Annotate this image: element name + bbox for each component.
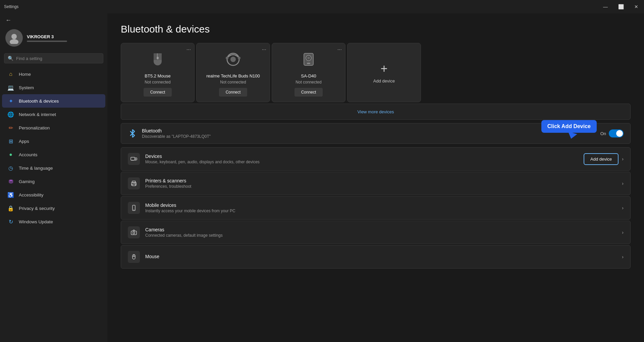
sidebar-item-privacy[interactable]: 🔒 Privacy & security	[2, 202, 105, 215]
sidebar-item-system[interactable]: 💻 System	[2, 81, 105, 94]
add-device-label: Add device	[373, 78, 395, 83]
sidebar-label-update: Windows Update	[19, 219, 53, 224]
device-card-mouse[interactable]: ··· BT5.2 Mouse Not connected Connect	[121, 43, 195, 102]
bluetooth-icon: ✦	[7, 98, 14, 104]
search-box[interactable]: 🔍	[4, 53, 103, 63]
svg-rect-3	[154, 53, 157, 60]
sidebar-item-network[interactable]: 🌐 Network & internet	[2, 108, 105, 121]
toggle-switch-handle[interactable]	[609, 129, 624, 137]
sidebar-item-personalization[interactable]: ✏ Personalization	[2, 121, 105, 134]
close-button[interactable]: ✕	[629, 0, 644, 13]
sidebar-item-time[interactable]: ◷ Time & language	[2, 161, 105, 175]
svg-point-1	[10, 39, 18, 44]
sidebar-label-accounts: Accounts	[19, 152, 38, 157]
sidebar-label-personalization: Personalization	[19, 125, 50, 130]
sidebar-label-apps: Apps	[19, 139, 29, 144]
device-menu-dots-1[interactable]: ···	[262, 47, 266, 53]
sidebar-label-network: Network & internet	[19, 112, 56, 117]
main-layout: ← VIKROGER 3 🔍 ⌂ Home	[0, 13, 644, 342]
personalization-icon: ✏	[7, 124, 14, 131]
connect-btn-2[interactable]: Connect	[294, 88, 323, 97]
view-more-text: View more devices	[358, 109, 394, 114]
cameras-icon	[128, 226, 140, 238]
bluetooth-title: Bluetooth	[142, 128, 596, 133]
accounts-icon: ●	[7, 151, 14, 158]
toggle-thumb	[616, 130, 623, 137]
settings-row-mouse[interactable]: Mouse ›	[121, 245, 631, 269]
mouse-text: Mouse	[145, 254, 616, 260]
add-device-plus-icon: +	[380, 62, 387, 76]
maximize-button[interactable]: ⬜	[613, 0, 629, 13]
search-input[interactable]	[16, 56, 100, 61]
add-device-card[interactable]: + Add device	[347, 43, 421, 102]
window-controls: — ⬜ ✕	[598, 0, 644, 13]
sidebar-item-update[interactable]: ↻ Windows Update	[2, 215, 105, 228]
sidebar-item-apps[interactable]: ⊞ Apps	[2, 134, 105, 148]
sidebar-item-gaming[interactable]: ⛃ Gaming	[2, 175, 105, 188]
svg-point-8	[230, 57, 236, 62]
svg-point-9	[226, 57, 228, 59]
sidebar-label-accessibility: Accessibility	[19, 192, 44, 197]
mobile-subtitle: Instantly access your mobile devices fro…	[145, 209, 616, 213]
username: VIKROGER 3	[27, 34, 67, 39]
settings-row-devices[interactable]: Devices Mouse, keyboard, pen, audio, dis…	[121, 147, 631, 171]
settings-row-cameras[interactable]: Cameras Connected cameras, default image…	[121, 221, 631, 244]
device-card-speaker[interactable]: ··· SA-D40 Not connected Connect	[272, 43, 345, 102]
avatar	[5, 29, 23, 47]
sidebar-label-home: Home	[19, 72, 31, 77]
device-status-2: Not connected	[296, 80, 321, 84]
chevron-right-mouse: ›	[622, 254, 624, 260]
device-cards: ··· BT5.2 Mouse Not connected Connect ··…	[121, 43, 631, 102]
sidebar-item-accessibility[interactable]: ♿ Accessibility	[2, 188, 105, 202]
device-status-1: Not connected	[220, 80, 246, 84]
add-device-button[interactable]: Add device	[584, 153, 619, 165]
device-name-1: realme TechLife Buds N100	[206, 73, 260, 78]
printers-text: Printers & scanners Preferences, trouble…	[145, 178, 616, 189]
view-more-bar[interactable]: View more devices	[121, 104, 631, 120]
device-menu-dots-2[interactable]: ···	[337, 47, 342, 53]
sidebar-label-bluetooth: Bluetooth & devices	[19, 99, 59, 104]
sidebar-item-home[interactable]: ⌂ Home	[2, 67, 105, 81]
mobile-icon	[128, 202, 140, 214]
home-icon: ⌂	[7, 71, 14, 77]
settings-row-printers[interactable]: Printers & scanners Preferences, trouble…	[121, 172, 631, 195]
svg-rect-16	[135, 158, 137, 160]
device-menu-dots[interactable]: ···	[186, 47, 191, 53]
sidebar-label-privacy: Privacy & security	[19, 206, 55, 211]
device-name-2: SA-D40	[301, 73, 316, 78]
content-area: Bluetooth & devices ··· BT5.2 Mouse Not …	[107, 13, 644, 342]
svg-point-24	[133, 232, 135, 234]
printers-subtitle: Preferences, troubleshoot	[145, 184, 616, 189]
bluetooth-icon	[128, 129, 137, 138]
sidebar-item-accounts[interactable]: ● Accounts	[2, 148, 105, 161]
mouse-right: ›	[622, 254, 624, 260]
sidebar-label-time: Time & language	[19, 166, 53, 171]
devices-icon	[128, 153, 140, 165]
time-icon: ◷	[7, 165, 14, 171]
gaming-icon: ⛃	[7, 178, 14, 185]
device-icon-speaker	[298, 49, 319, 70]
back-button[interactable]: ←	[5, 17, 11, 24]
svg-rect-14	[307, 63, 310, 64]
sidebar-user: VIKROGER 3	[0, 26, 107, 53]
svg-point-13	[307, 57, 310, 59]
svg-point-20	[135, 183, 136, 184]
minimize-button[interactable]: —	[598, 0, 613, 13]
sidebar: ← VIKROGER 3 🔍 ⌂ Home	[0, 13, 107, 342]
settings-row-mobile[interactable]: Mobile devices Instantly access your mob…	[121, 196, 631, 220]
sidebar-item-bluetooth[interactable]: ✦ Bluetooth & devices	[2, 94, 105, 108]
chevron-right-cameras: ›	[622, 230, 624, 235]
svg-point-28	[133, 255, 134, 256]
chevron-right-printers: ›	[622, 181, 624, 186]
device-card-buds[interactable]: ··· realme TechLife Buds N100 Not connec…	[196, 43, 270, 102]
svg-point-22	[133, 210, 134, 210]
mouse-icon	[128, 251, 140, 263]
device-icon-mouse	[147, 49, 168, 70]
sidebar-label-system: System	[19, 85, 34, 90]
svg-point-0	[11, 34, 17, 39]
bluetooth-toggle[interactable]: On	[600, 129, 624, 137]
cameras-title: Cameras	[145, 227, 616, 232]
devices-subtitle: Mouse, keyboard, pen, audio, displays an…	[145, 160, 578, 164]
connect-btn-1[interactable]: Connect	[219, 88, 248, 97]
connect-btn-0[interactable]: Connect	[144, 88, 172, 97]
